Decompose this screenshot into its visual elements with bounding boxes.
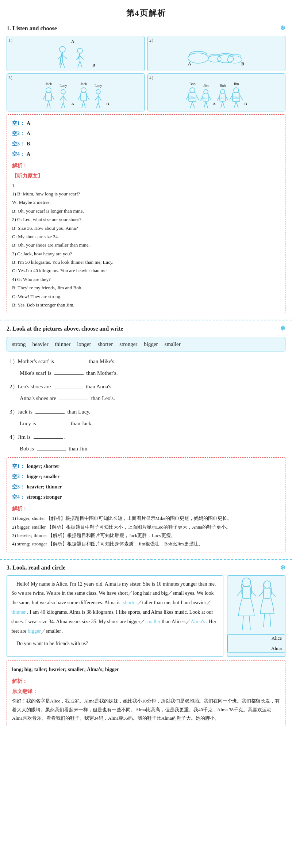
blank-4b: [37, 450, 66, 450]
svg-line-8: [76, 56, 80, 60]
word-smaller: smaller: [165, 340, 181, 349]
svg-line-47: [196, 95, 199, 100]
fill-q-2: 2）Leo's shoes are than Anna's. Anna's sh…: [9, 381, 285, 404]
svg-line-34: [78, 95, 81, 100]
word-shorter: shorter: [97, 340, 113, 349]
svg-text:25kg: 25kg: [233, 96, 239, 99]
svg-line-51: [204, 101, 206, 108]
svg-point-63: [234, 88, 239, 93]
svg-line-74: [250, 590, 256, 596]
jim-figure-2: 25kg: [230, 87, 243, 109]
svg-point-0: [59, 46, 65, 52]
svg-line-58: [221, 101, 223, 108]
svg-line-83: [270, 614, 271, 627]
svg-point-6: [77, 48, 82, 53]
svg-line-61: [226, 96, 228, 100]
blank-1b: [54, 374, 84, 375]
divider-1: [0, 320, 292, 320]
svg-rect-71: [242, 587, 250, 598]
listen-figures-4: Bob 25kg Jim: [149, 76, 284, 109]
listen-num-4: 4）: [149, 75, 156, 81]
svg-point-42: [190, 88, 195, 93]
answer-line-4: 空4： A: [12, 149, 280, 159]
figure-svg-1a: [54, 45, 91, 69]
blank-1a: [57, 363, 86, 363]
blank-2b: [59, 400, 88, 400]
blank-3b: [39, 425, 68, 425]
listen-item-4: 4） Bob 25kg Jim: [147, 73, 285, 111]
divider-2: [0, 559, 292, 560]
svg-line-65: [234, 102, 236, 108]
svg-line-40: [96, 103, 98, 108]
word-thinner: thinner: [55, 340, 71, 349]
listen-images-row1: 1） A: [7, 36, 285, 71]
svg-line-52: [206, 101, 208, 108]
reading-area: Hello! My name is Alice. I'm 12 years ol…: [7, 575, 285, 657]
answer-line-3: 空3： B: [12, 139, 280, 149]
alice-alma-svg: [233, 576, 280, 634]
svg-line-59: [223, 101, 224, 108]
svg-line-33: [84, 101, 85, 108]
answer-box-3: long; big; taller; heavier; smaller; Alm…: [7, 660, 285, 726]
svg-line-3: [62, 55, 67, 59]
snowflake-icon-2: ❄: [280, 323, 285, 334]
char-alma: Alma: [271, 645, 282, 652]
svg-line-67: [230, 95, 233, 100]
svg-line-66: [236, 102, 238, 108]
word-heavier: heavier: [32, 340, 49, 349]
s3-fanyi-content: 你好！我的名字是Alice，我12岁。Alma是我的妹妹，她比我小10分钟，所以…: [12, 697, 280, 722]
snowflake-icon-3: ❄: [280, 563, 285, 573]
svg-point-49: [204, 90, 208, 94]
svg-text:25kg: 25kg: [189, 96, 195, 99]
svg-line-22: [43, 95, 46, 100]
fill-q-4: 4）Jim is . Bob is than Jim.: [9, 431, 285, 454]
svg-line-5: [62, 61, 65, 68]
svg-rect-31: [81, 93, 87, 101]
answer-line-1: 空1： A: [12, 118, 280, 129]
listen-images-row2: 3） Jack Lucy: [7, 73, 285, 111]
tingli-label: 【听力原文】: [12, 173, 43, 179]
s2-jiexi-content: 1) longer; shorter 【解析】根据题目中围巾可知比长短，上面图片…: [12, 514, 280, 548]
answer-box-1: 空1： A 空2： A 空3： B 空4： A 解析： 【听力原文】 1. 1)…: [7, 114, 285, 313]
section-1-title: 1. Listen and choose ❄: [7, 23, 285, 34]
answer-label-1: 空1：: [12, 118, 25, 129]
svg-line-82: [264, 614, 265, 627]
jack-figure-2: [77, 87, 90, 109]
section-2-title: 2. Look at the pictures above, choose an…: [7, 323, 285, 334]
reading-text: Hello! My name is Alice. I'm 12 years ol…: [7, 575, 223, 657]
word-longer: longer: [77, 340, 91, 349]
svg-point-18: [46, 88, 51, 93]
svg-point-36: [96, 90, 100, 94]
svg-point-77: [264, 581, 271, 588]
s2-answer-line-3: 空3： heavier; thinner: [12, 482, 280, 492]
svg-line-75: [242, 616, 243, 630]
lucy-figure-2: [93, 89, 103, 109]
fill-questions: 1）Mother's scarf is than Mike's. Mike's …: [9, 356, 285, 454]
svg-line-9: [80, 56, 84, 60]
bob-figure-2: 20kg: [217, 89, 228, 109]
svg-point-70: [242, 578, 251, 587]
svg-line-46: [186, 95, 189, 100]
page-title: 第4页解析: [0, 0, 292, 23]
svg-line-73: [237, 590, 242, 596]
svg-line-41: [98, 103, 100, 108]
svg-line-21: [49, 101, 50, 108]
s2-answer-line-4: 空4： strong; stronger: [12, 492, 280, 502]
svg-text:20kg: 20kg: [202, 97, 207, 100]
jim-figure-1: 20kg: [200, 89, 211, 109]
svg-line-23: [51, 95, 54, 100]
svg-rect-19: [46, 93, 51, 101]
s2-answer-line-2: 空2： bigger; smaller: [12, 472, 280, 482]
svg-text:A: A: [188, 61, 191, 66]
answer-box-2: 空1： longer; shorter 空2： bigger; smaller …: [7, 457, 285, 552]
s2-answer-line-1: 空1： longer; shorter: [12, 461, 280, 472]
s3-answer-line: long; big; taller; heavier; smaller; Alm…: [12, 665, 280, 675]
section-3: 3. Look, read and circle ❄ Hello! My nam…: [7, 563, 285, 727]
s3-jiexi-label: 解析：: [12, 678, 27, 684]
shoes-svg: A B: [187, 44, 246, 66]
blank-2a: [54, 388, 83, 388]
answer-label-3: 空3：: [12, 139, 25, 149]
svg-line-20: [47, 101, 49, 108]
section-2: 2. Look at the pictures above, choose an…: [7, 323, 285, 552]
svg-line-11: [80, 61, 82, 68]
